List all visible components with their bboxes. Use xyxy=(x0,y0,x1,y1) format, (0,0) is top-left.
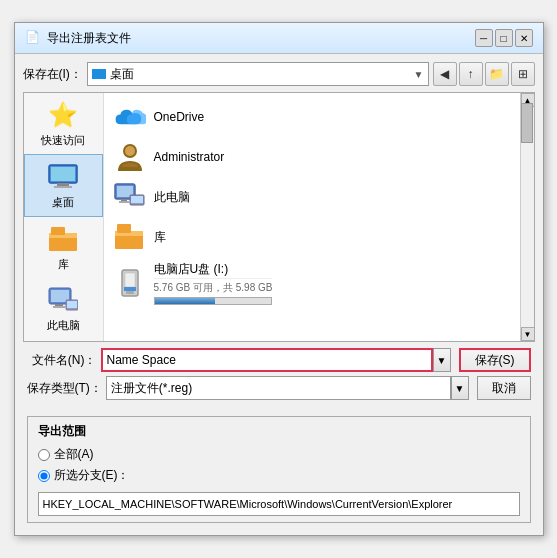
svg-point-20 xyxy=(125,146,135,156)
sidebar-label-desktop: 桌面 xyxy=(52,195,74,210)
svg-rect-33 xyxy=(124,287,136,291)
back-button[interactable]: ◀ xyxy=(433,62,457,86)
sidebar-item-library[interactable]: 库 xyxy=(24,217,103,278)
selected-radio-label: 所选分支(E)： xyxy=(54,467,130,484)
radio-group: 全部(A) 所选分支(E)： xyxy=(38,446,520,516)
sidebar-item-desktop[interactable]: 桌面 xyxy=(24,154,103,217)
cancel-button[interactable]: 取消 xyxy=(477,376,531,400)
svg-rect-3 xyxy=(54,186,72,188)
bottom-fields: 文件名(N)： ▼ 保存(S) 保存类型(T)： 注册文件(*.reg) ▼ 取… xyxy=(23,342,535,410)
location-combo[interactable]: 桌面 ▼ xyxy=(87,62,429,86)
thispc-icon xyxy=(114,181,146,213)
scrollbar[interactable]: ▲ ▼ xyxy=(520,93,534,341)
svg-rect-23 xyxy=(121,199,127,201)
storage-bar xyxy=(154,297,273,305)
this-pc-icon xyxy=(47,284,79,316)
close-button[interactable]: ✕ xyxy=(515,29,533,47)
list-item[interactable]: Administrator xyxy=(108,137,516,177)
list-item[interactable]: 库 xyxy=(108,217,516,257)
filetype-value: 注册文件(*.reg) xyxy=(111,380,192,397)
quick-access-icon: ⭐ xyxy=(47,99,79,131)
storage-text: 5.76 GB 可用，共 5.98 GB xyxy=(154,282,273,293)
thispc-info: 此电脑 xyxy=(154,189,190,206)
library-name: 库 xyxy=(154,229,166,246)
location-text: 桌面 xyxy=(110,66,410,83)
svg-rect-10 xyxy=(53,306,65,308)
list-item[interactable]: 此电脑 xyxy=(108,177,516,217)
all-radio-label: 全部(A) xyxy=(54,446,94,463)
library-info: 库 xyxy=(154,229,166,246)
filename-input-group: ▼ xyxy=(101,348,451,372)
export-title: 导出范围 xyxy=(38,423,520,440)
udrive-icon xyxy=(114,268,146,300)
title-bar: 📄 导出注册表文件 ─ □ ✕ xyxy=(15,23,543,54)
filename-label: 文件名(N)： xyxy=(27,352,97,369)
svg-rect-32 xyxy=(126,291,134,294)
administrator-info: Administrator xyxy=(154,150,225,164)
dialog-icon: 📄 xyxy=(25,30,41,46)
library-icon xyxy=(47,223,79,255)
title-controls: ─ □ ✕ xyxy=(475,29,533,47)
svg-rect-12 xyxy=(67,301,77,308)
sidebar-label-this-pc: 此电脑 xyxy=(47,318,80,333)
svg-rect-1 xyxy=(51,167,75,181)
filetype-label: 保存类型(T)： xyxy=(27,380,102,397)
dialog-title: 导出注册表文件 xyxy=(47,30,131,47)
svg-rect-2 xyxy=(57,183,69,186)
list-item[interactable]: 电脑店U盘 (I:) 5.76 GB 可用，共 5.98 GB xyxy=(108,257,516,311)
selected-radio-row: 所选分支(E)： xyxy=(38,467,520,484)
save-in-label: 保存在(I)： xyxy=(23,66,83,83)
filetype-combo-group: 注册文件(*.reg) ▼ xyxy=(106,376,469,400)
maximize-button[interactable]: □ xyxy=(495,29,513,47)
export-dialog: 📄 导出注册表文件 ─ □ ✕ 保存在(I)： 桌面 ▼ ◀ ↑ 📁 ⊞ xyxy=(14,22,544,536)
storage-info: 5.76 GB 可用，共 5.98 GB xyxy=(154,278,273,307)
main-content: ⭐ 快速访问 桌面 xyxy=(23,92,535,342)
all-radio-row: 全部(A) xyxy=(38,446,520,463)
filetype-row: 保存类型(T)： 注册文件(*.reg) ▼ 取消 xyxy=(27,376,531,400)
sidebar-item-this-pc[interactable]: 此电脑 xyxy=(24,278,103,339)
scroll-thumb[interactable] xyxy=(521,103,533,143)
svg-rect-24 xyxy=(119,201,129,203)
onedrive-icon xyxy=(114,101,146,133)
location-icon xyxy=(92,69,106,79)
save-button[interactable]: 保存(S) xyxy=(459,348,531,372)
udrive-info: 电脑店U盘 (I:) 5.76 GB 可用，共 5.98 GB xyxy=(154,261,273,307)
title-bar-left: 📄 导出注册表文件 xyxy=(25,30,131,47)
svg-rect-31 xyxy=(125,273,135,287)
sidebar-item-quick-access[interactable]: ⭐ 快速访问 xyxy=(24,93,103,154)
desktop-icon xyxy=(47,161,79,193)
onedrive-info: OneDrive xyxy=(154,110,205,124)
all-radio[interactable] xyxy=(38,449,50,461)
filename-input[interactable] xyxy=(101,348,433,372)
svg-rect-29 xyxy=(117,224,131,233)
filename-row: 文件名(N)： ▼ 保存(S) xyxy=(27,348,531,372)
scroll-down-button[interactable]: ▼ xyxy=(521,327,535,341)
sidebar: ⭐ 快速访问 桌面 xyxy=(24,93,104,341)
view-button[interactable]: ⊞ xyxy=(511,62,535,86)
dialog-body: 保存在(I)： 桌面 ▼ ◀ ↑ 📁 ⊞ ⭐ 快速访问 xyxy=(15,54,543,535)
filetype-select[interactable]: 注册文件(*.reg) xyxy=(106,376,451,400)
filetype-combo-arrow[interactable]: ▼ xyxy=(451,376,469,400)
sidebar-label-quick-access: 快速访问 xyxy=(41,133,85,148)
export-section: 导出范围 全部(A) 所选分支(E)： xyxy=(27,416,531,523)
thispc-name: 此电脑 xyxy=(154,189,190,206)
minimize-button[interactable]: ─ xyxy=(475,29,493,47)
selected-radio[interactable] xyxy=(38,470,50,482)
storage-fill xyxy=(155,298,216,304)
svg-rect-26 xyxy=(131,196,143,203)
library-file-icon xyxy=(114,221,146,253)
new-folder-button[interactable]: 📁 xyxy=(485,62,509,86)
administrator-name: Administrator xyxy=(154,150,225,164)
file-list: OneDrive Administrator xyxy=(104,93,520,341)
svg-rect-6 xyxy=(51,227,65,235)
sidebar-item-network[interactable]: 网络 xyxy=(24,339,103,341)
path-input[interactable] xyxy=(38,492,520,516)
toolbar-buttons: ◀ ↑ 📁 ⊞ xyxy=(433,62,535,86)
administrator-icon xyxy=(114,141,146,173)
up-button[interactable]: ↑ xyxy=(459,62,483,86)
filename-combo-arrow[interactable]: ▼ xyxy=(433,348,451,372)
udrive-name: 电脑店U盘 (I:) xyxy=(154,261,273,278)
toolbar-row: 保存在(I)： 桌面 ▼ ◀ ↑ 📁 ⊞ xyxy=(23,62,535,86)
list-item[interactable]: OneDrive xyxy=(108,97,516,137)
onedrive-name: OneDrive xyxy=(154,110,205,124)
